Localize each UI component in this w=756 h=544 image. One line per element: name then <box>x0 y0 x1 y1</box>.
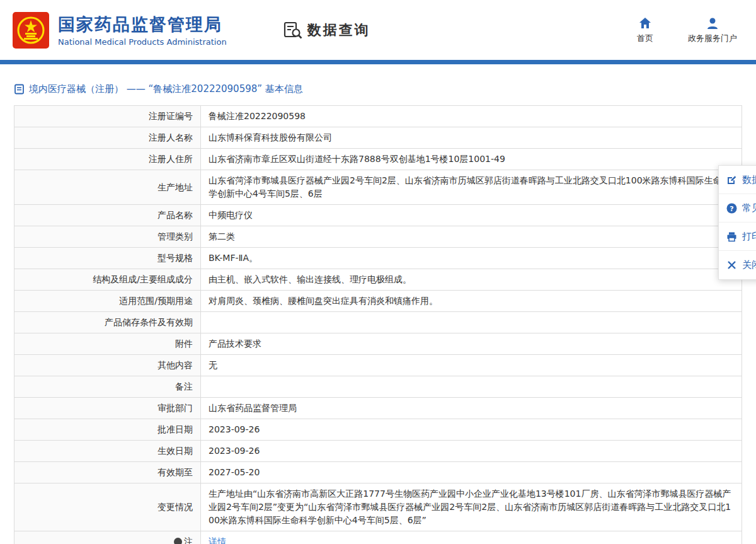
panel-item-faq[interactable]: ? 常见 <box>719 194 756 223</box>
row-label: 生效日期 <box>14 441 201 462</box>
table-row: 型号规格BK-MF-ⅡA。 <box>14 248 742 269</box>
row-value: 山东博科保育科技股份有限公司 <box>201 127 742 149</box>
svg-text:?: ? <box>730 204 733 212</box>
table-row: 注册人住所山东省济南市章丘区双山街道经十东路7888号双创基地1号楼10层100… <box>14 149 742 170</box>
blue-divider-bar <box>0 60 756 64</box>
row-value: 产品技术要求 <box>201 333 742 355</box>
person-icon <box>706 16 719 30</box>
page-title: 境内医疗器械（注册） —— “鲁械注准20222090598” 基本信息 <box>29 83 303 95</box>
row-value: 无 <box>201 355 742 376</box>
question-icon: ? <box>726 203 737 214</box>
info-table: 注册证编号鲁械注准20222090598注册人名称山东博科保育科技股份有限公司注… <box>14 105 742 544</box>
row-value: 由主机、嵌入式软件、输出连接线、理疗电极组成。 <box>201 269 742 291</box>
detail-link[interactable]: 详情 <box>209 536 226 544</box>
table-row: 附件产品技术要求 <box>14 333 742 355</box>
floating-tool-panel: 数据 ? 常见 打印 关闭 <box>718 165 756 280</box>
row-value: 山东省菏泽市鄄城县医疗器械产业园2号车间2层、山东省济南市历城区郭店街道春晖路与… <box>201 170 742 205</box>
row-value: 第二类 <box>201 226 742 248</box>
panel-item-label: 数据 <box>742 174 756 186</box>
org-titles: 国家药品监督管理局 National Medical Products Admi… <box>58 14 227 47</box>
nav-portal[interactable]: 政务服务门户 <box>688 16 737 44</box>
table-row: 注详情 <box>14 531 742 544</box>
nav-portal-label: 政务服务门户 <box>688 33 737 44</box>
row-value: 鲁械注准20222090598 <box>201 106 742 127</box>
row-value: 山东省济南市章丘区双山街道经十东路7888号双创基地1号楼10层1001-49 <box>201 149 742 170</box>
row-value: 详情 <box>201 531 742 544</box>
table-row: 管理类别第二类 <box>14 226 742 248</box>
table-row: 生效日期2023-09-26 <box>14 441 742 462</box>
row-label: 结构及组成/主要组成成分 <box>14 269 201 291</box>
row-label: 注 <box>14 531 201 544</box>
row-value: BK-MF-ⅡA。 <box>201 248 742 269</box>
row-label: 生产地址 <box>14 170 201 205</box>
document-icon <box>14 84 25 95</box>
row-label: 审批部门 <box>14 398 201 419</box>
table-row: 产品名称中频电疗仪 <box>14 205 742 226</box>
table-row: 有效期至2027-05-20 <box>14 462 742 483</box>
row-label: 注册人住所 <box>14 149 201 170</box>
row-value: 2023-09-26 <box>201 441 742 462</box>
data-query-section: 数据查询 <box>284 21 370 40</box>
table-row: 注册证编号鲁械注准20222090598 <box>14 106 742 127</box>
table-row: 结构及组成/主要组成成分由主机、嵌入式软件、输出连接线、理疗电极组成。 <box>14 269 742 291</box>
row-label: 注册人名称 <box>14 127 201 149</box>
row-label: 注册证编号 <box>14 106 201 127</box>
nmpa-emblem-logo <box>13 12 49 49</box>
panel-item-label: 关闭 <box>742 259 756 271</box>
row-label: 型号规格 <box>14 248 201 269</box>
org-name-cn: 国家药品监督管理局 <box>58 14 227 35</box>
table-row: 备注 <box>14 376 742 398</box>
header: 国家药品监督管理局 National Medical Products Admi… <box>0 0 756 60</box>
row-label: 批准日期 <box>14 419 201 441</box>
close-icon <box>726 260 737 270</box>
table-row: 批准日期2023-09-26 <box>14 419 742 441</box>
row-value <box>201 312 742 333</box>
row-value: 中频电疗仪 <box>201 205 742 226</box>
panel-item-label: 常见 <box>742 202 756 214</box>
row-label: 管理类别 <box>14 226 201 248</box>
panel-item-print[interactable]: 打印 <box>719 223 756 251</box>
table-row: 其他内容无 <box>14 355 742 376</box>
row-label: 备注 <box>14 376 201 398</box>
panel-item-close[interactable]: 关闭 <box>719 251 756 279</box>
table-row: 变更情况生产地址由“山东省济南市高新区大正路1777号生物医药产业园中小企业产业… <box>14 483 742 531</box>
row-label: 有效期至 <box>14 462 201 483</box>
panel-item-data-correction[interactable]: 数据 <box>719 166 756 194</box>
nav-home-label: 首页 <box>637 33 653 44</box>
row-value: 对肩周炎、颈椎病、腰椎间盘突出症具有消炎和镇痛作用。 <box>201 291 742 312</box>
info-table-body: 注册证编号鲁械注准20222090598注册人名称山东博科保育科技股份有限公司注… <box>14 106 742 544</box>
table-row: 适用范围/预期用途对肩周炎、颈椎病、腰椎间盘突出症具有消炎和镇痛作用。 <box>14 291 742 312</box>
row-label: 产品名称 <box>14 205 201 226</box>
section-title: 数据查询 <box>307 21 370 40</box>
nav-home[interactable]: 首页 <box>637 16 653 44</box>
row-value: 山东省药品监督管理局 <box>201 398 742 419</box>
main-content: 境内医疗器械（注册） —— “鲁械注准20222090598” 基本信息 注册证… <box>0 64 756 544</box>
note-bullet-icon <box>174 538 182 544</box>
row-label: 产品储存条件及有效期 <box>14 312 201 333</box>
national-emblem-icon <box>13 12 49 49</box>
row-value: 生产地址由“山东省济南市高新区大正路1777号生物医药产业园中小企业产业化基地1… <box>201 483 742 531</box>
table-row: 审批部门山东省药品监督管理局 <box>14 398 742 419</box>
table-row: 产品储存条件及有效期 <box>14 312 742 333</box>
row-value <box>201 376 742 398</box>
row-value: 2027-05-20 <box>201 462 742 483</box>
row-label: 附件 <box>14 333 201 355</box>
edit-icon <box>726 175 737 185</box>
page-title-row: 境内医疗器械（注册） —— “鲁械注准20222090598” 基本信息 <box>14 83 742 95</box>
document-search-icon <box>284 21 302 39</box>
table-row: 注册人名称山东博科保育科技股份有限公司 <box>14 127 742 149</box>
row-label: 其他内容 <box>14 355 201 376</box>
print-icon <box>726 231 737 242</box>
home-icon <box>638 16 652 30</box>
row-label: 变更情况 <box>14 483 201 531</box>
panel-item-label: 打印 <box>742 231 756 243</box>
org-name-en: National Medical Products Administration <box>58 37 227 47</box>
row-label: 适用范围/预期用途 <box>14 291 201 312</box>
row-value: 2023-09-26 <box>201 419 742 441</box>
table-row: 生产地址山东省菏泽市鄄城县医疗器械产业园2号车间2层、山东省济南市历城区郭店街道… <box>14 170 742 205</box>
